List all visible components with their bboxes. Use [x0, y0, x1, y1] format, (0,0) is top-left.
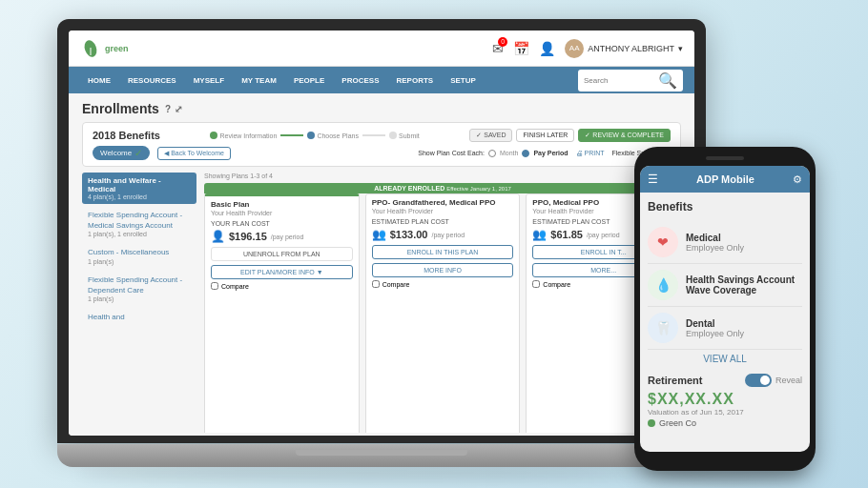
laptop-screen-outer: green ✉ 0 📅 👤 AA ANTHONY ALBRIGHT ▾	[57, 19, 706, 443]
print-button[interactable]: 🖨 PRINT	[576, 150, 605, 156]
company-name: Green Co	[648, 418, 802, 428]
main-content: Health and Welfare - Medical 4 plan(s), …	[82, 173, 681, 433]
plan-cost-area-ppo-gf: 👥 $133.00 /pay period	[372, 228, 514, 241]
pay-period-radio[interactable]	[522, 150, 529, 157]
enroll-ppo-gf-button[interactable]: ENROLL IN THIS PLAN	[372, 245, 514, 259]
review-complete-button[interactable]: ✓ REVIEW & COMPLETE	[578, 129, 671, 142]
nav-home[interactable]: HOME	[80, 72, 118, 89]
benefit-item-medical: ❤ Medical Employee Only	[648, 221, 802, 264]
nav-myself[interactable]: MYSELF	[186, 72, 232, 89]
step-label-review: Review Information	[219, 132, 277, 139]
month-radio[interactable]	[488, 150, 496, 157]
nav-myteam[interactable]: MY TEAM	[234, 72, 284, 89]
view-all-button[interactable]: VIEW ALL	[648, 350, 802, 368]
compare-label-ppo-med: Compare	[543, 281, 570, 288]
help-icon[interactable]: ?	[165, 104, 171, 114]
sidebar-item-health-label: Health and	[88, 312, 191, 322]
laptop-shadow	[76, 465, 649, 480]
sidebar: Health and Welfare - Medical 4 plan(s), …	[82, 173, 196, 433]
plan-cost-period-basic: /pay period	[271, 234, 304, 240]
profile-icon[interactable]: 👤	[539, 41, 555, 56]
sidebar-item-fsa-label: Flexible Spending Account - Medical Savi…	[88, 210, 191, 231]
sidebar-item-custom-label: Custom - Miscellaneous	[88, 247, 191, 257]
sidebar-item-medical-sub: 4 plan(s), 1 enrolled	[88, 193, 191, 200]
search-input[interactable]	[584, 76, 654, 85]
step-choose: Choose Plans	[307, 132, 359, 139]
sidebar-item-fsa[interactable]: Flexible Spending Account - Medical Savi…	[82, 206, 196, 241]
step-label-submit: Submit	[399, 132, 420, 139]
nav-reports[interactable]: REPORTS	[388, 72, 441, 89]
sidebar-item-custom[interactable]: Custom - Miscellaneous 1 plan(s)	[82, 243, 196, 268]
sidebar-item-fsa-count: 1 plan(s), 1 enrolled	[88, 231, 191, 237]
phone-benefits-title: Benefits	[648, 200, 802, 214]
plan-card-basic: Basic Plan Your Health Provider YOUR PLA…	[204, 193, 360, 433]
plans-grid: Basic Plan Your Health Provider YOUR PLA…	[204, 193, 681, 433]
action-buttons: ✓ SAVED FINISH LATER ✓ REVIEW & COMPLETE	[469, 129, 671, 142]
laptop-screen: green ✉ 0 📅 👤 AA ANTHONY ALBRIGHT ▾	[69, 30, 694, 436]
sidebar-item-medical[interactable]: Health and Welfare - Medical 4 plan(s), …	[82, 173, 196, 204]
laptop: green ✉ 0 📅 👤 AA ANTHONY ALBRIGHT ▾	[57, 19, 706, 467]
nav-resources[interactable]: RESOURCES	[120, 72, 184, 89]
plan-cost-value-ppo-med: $61.85	[550, 229, 583, 240]
plans-area: Showing Plans 1-3 of 4 ALREADY ENROLLED …	[204, 173, 681, 433]
sidebar-item-medical-title: Health and Welfare - Medical	[88, 176, 191, 193]
benefit-info-medical: Medical Employee Only	[686, 233, 802, 253]
retirement-title: Retirement	[648, 375, 702, 386]
avatar: AA	[565, 39, 584, 58]
plan-provider-basic: Your Health Provider	[211, 210, 353, 216]
page-title: Enrollments	[82, 101, 159, 116]
benefit-item-dental: 🦷 Dental Employee Only	[648, 307, 802, 350]
calendar-icon[interactable]: 📅	[513, 41, 529, 56]
phone-screen: ☰ ADP Mobile ⚙ Benefits ❤ Medical Employ…	[640, 166, 810, 452]
search-icon[interactable]: 🔍	[658, 71, 677, 90]
phone: ☰ ADP Mobile ⚙ Benefits ❤ Medical Employ…	[634, 147, 816, 471]
compare-checkbox-ppo-gf[interactable]	[372, 280, 380, 288]
top-nav: green ✉ 0 📅 👤 AA ANTHONY ALBRIGHT ▾	[69, 30, 694, 67]
saved-button[interactable]: ✓ SAVED	[469, 129, 512, 142]
retirement-amount: $XX,XX.XX	[648, 391, 802, 408]
edit-plan-button[interactable]: EDIT PLAN/MORE INFO ▼	[211, 265, 353, 279]
sidebar-item-dep-care[interactable]: Flexible Spending Account - Dependent Ca…	[82, 271, 196, 306]
benefits-top: 2018 Benefits Review Information Choose …	[93, 129, 671, 142]
phone-gear-icon[interactable]: ⚙	[793, 173, 802, 186]
phone-menu-icon[interactable]: ☰	[648, 173, 658, 186]
plan-cost-toggle: Show Plan Cost Each: Month Pay Period	[418, 150, 568, 157]
step-line-1	[280, 134, 303, 136]
main-nav: HOME RESOURCES MYSELF MY TEAM PEOPLE PRO…	[69, 67, 694, 93]
nav-process[interactable]: PROCESS	[334, 72, 386, 89]
benefits-title: 2018 Benefits	[93, 130, 160, 141]
messages-icon[interactable]: ✉ 0	[492, 41, 504, 56]
benefit-name-dental: Dental	[686, 318, 802, 329]
plan-cost-value-ppo-gf: $133.00	[390, 229, 428, 240]
message-badge: 0	[498, 37, 507, 47]
benefit-icon-dental: 🦷	[648, 313, 678, 343]
toggle-label: Reveal	[775, 376, 802, 385]
benefit-info-hsa: Health Savings Account Wave Coverage	[686, 274, 802, 295]
compare-row-ppo-gf: Compare	[372, 280, 514, 288]
enrolled-banner-sub: Effective January 1, 2017	[446, 186, 511, 192]
toggle-switch[interactable]: Reveal	[745, 374, 802, 387]
back-to-welcome-button[interactable]: ◀ Back To Welcome	[157, 147, 231, 160]
unenroll-button[interactable]: UNENROLL FROM PLAN	[211, 247, 353, 261]
benefit-icon-hsa: 💧	[648, 270, 678, 300]
chevron-icon: ▾	[678, 44, 683, 53]
compare-checkbox-basic[interactable]	[211, 282, 218, 290]
showing-plans-text: Showing Plans 1-3 of 4	[204, 173, 681, 179]
welcome-tab[interactable]: Welcome ✓	[93, 146, 150, 160]
nav-people[interactable]: PEOPLE	[286, 72, 332, 89]
pay-period-label: Pay Period	[533, 150, 568, 156]
compare-label-ppo-gf: Compare	[382, 281, 410, 288]
compare-checkbox-ppo-med[interactable]	[532, 280, 540, 288]
more-info-ppo-gf-button[interactable]: MORE INFO	[372, 263, 514, 277]
phone-nav: ☰ ADP Mobile ⚙	[640, 166, 810, 193]
logo-text: green	[105, 44, 129, 53]
finish-later-button[interactable]: FINISH LATER	[516, 129, 574, 142]
nav-setup[interactable]: SETUP	[443, 72, 484, 89]
plan-card-ppo-gf: PPO- Grandfathered, Medical PPO Your Hea…	[365, 193, 521, 433]
compare-row-basic: Compare	[211, 282, 353, 290]
search-box: 🔍	[578, 70, 683, 92]
user-name: ANTHONY ALBRIGHT	[588, 44, 674, 53]
expand-icon[interactable]: ⤢	[175, 104, 182, 114]
sidebar-item-health-and[interactable]: Health and	[82, 308, 196, 326]
logo-icon	[80, 38, 101, 59]
